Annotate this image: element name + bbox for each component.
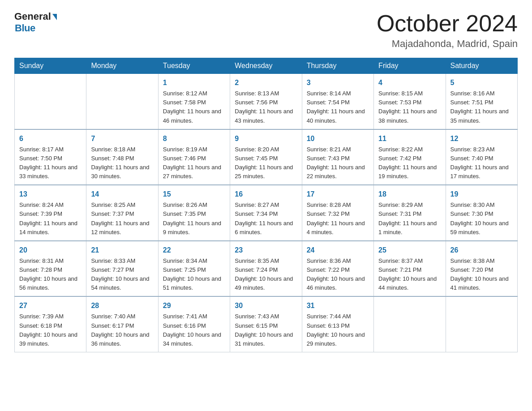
day-info: Sunrise: 8:21 AM Sunset: 7:43 PM Dayligh…: [307, 145, 369, 181]
logo-blue-text: Blue: [15, 22, 35, 34]
day-info: Sunrise: 8:13 AM Sunset: 7:56 PM Dayligh…: [235, 89, 297, 125]
column-header-sunday: Sunday: [15, 58, 86, 74]
calendar-cell: 1Sunrise: 8:12 AM Sunset: 7:58 PM Daylig…: [158, 74, 230, 129]
calendar-week-row: 27Sunrise: 7:39 AM Sunset: 6:18 PM Dayli…: [15, 296, 518, 352]
logo: General Blue: [14, 11, 57, 34]
day-info: Sunrise: 7:43 AM Sunset: 6:15 PM Dayligh…: [235, 312, 297, 348]
column-header-wednesday: Wednesday: [230, 58, 302, 74]
calendar-cell: 11Sunrise: 8:22 AM Sunset: 7:42 PM Dayli…: [374, 129, 446, 185]
calendar-cell: 7Sunrise: 8:18 AM Sunset: 7:48 PM Daylig…: [86, 129, 158, 185]
calendar-cell: 8Sunrise: 8:19 AM Sunset: 7:46 PM Daylig…: [158, 129, 230, 185]
calendar-cell: 21Sunrise: 8:33 AM Sunset: 7:27 PM Dayli…: [86, 241, 158, 297]
calendar-cell: 23Sunrise: 8:35 AM Sunset: 7:24 PM Dayli…: [230, 241, 302, 297]
calendar-cell: 15Sunrise: 8:26 AM Sunset: 7:35 PM Dayli…: [158, 185, 230, 241]
calendar-cell: 25Sunrise: 8:37 AM Sunset: 7:21 PM Dayli…: [374, 241, 446, 297]
day-number: 17: [307, 189, 369, 200]
day-info: Sunrise: 8:15 AM Sunset: 7:53 PM Dayligh…: [378, 89, 441, 125]
day-info: Sunrise: 8:20 AM Sunset: 7:45 PM Dayligh…: [235, 145, 297, 181]
calendar-cell: 6Sunrise: 8:17 AM Sunset: 7:50 PM Daylig…: [15, 129, 86, 185]
column-header-thursday: Thursday: [302, 58, 373, 74]
calendar-cell: [374, 296, 446, 352]
day-number: 28: [91, 300, 153, 311]
calendar-cell: [446, 296, 517, 352]
calendar-cell: 17Sunrise: 8:28 AM Sunset: 7:32 PM Dayli…: [302, 185, 373, 241]
logo-arrow-icon: [52, 14, 57, 20]
day-info: Sunrise: 8:35 AM Sunset: 7:24 PM Dayligh…: [235, 257, 297, 293]
day-number: 3: [307, 77, 369, 88]
day-number: 25: [378, 245, 441, 256]
calendar-cell: 4Sunrise: 8:15 AM Sunset: 7:53 PM Daylig…: [374, 74, 446, 129]
calendar-week-row: 6Sunrise: 8:17 AM Sunset: 7:50 PM Daylig…: [15, 129, 518, 185]
day-number: 15: [163, 189, 225, 200]
day-info: Sunrise: 8:24 AM Sunset: 7:39 PM Dayligh…: [19, 201, 82, 237]
calendar-cell: 19Sunrise: 8:30 AM Sunset: 7:30 PM Dayli…: [446, 185, 517, 241]
calendar-cell: 20Sunrise: 8:31 AM Sunset: 7:28 PM Dayli…: [15, 241, 86, 297]
calendar-cell: 28Sunrise: 7:40 AM Sunset: 6:17 PM Dayli…: [86, 296, 158, 352]
column-header-monday: Monday: [86, 58, 158, 74]
calendar-cell: 27Sunrise: 7:39 AM Sunset: 6:18 PM Dayli…: [15, 296, 86, 352]
calendar-cell: [15, 74, 86, 129]
day-number: 31: [307, 300, 369, 311]
day-number: 8: [163, 133, 225, 144]
day-info: Sunrise: 7:40 AM Sunset: 6:17 PM Dayligh…: [91, 312, 153, 348]
day-number: 7: [91, 133, 153, 144]
calendar-cell: 29Sunrise: 7:41 AM Sunset: 6:16 PM Dayli…: [158, 296, 230, 352]
day-info: Sunrise: 8:25 AM Sunset: 7:37 PM Dayligh…: [91, 201, 153, 237]
column-header-tuesday: Tuesday: [158, 58, 230, 74]
day-info: Sunrise: 8:31 AM Sunset: 7:28 PM Dayligh…: [19, 257, 82, 293]
day-info: Sunrise: 8:28 AM Sunset: 7:32 PM Dayligh…: [307, 201, 369, 237]
day-number: 21: [91, 245, 153, 256]
day-info: Sunrise: 8:27 AM Sunset: 7:34 PM Dayligh…: [235, 201, 297, 237]
calendar-cell: 18Sunrise: 8:29 AM Sunset: 7:31 PM Dayli…: [374, 185, 446, 241]
day-number: 18: [378, 189, 441, 200]
calendar-cell: 5Sunrise: 8:16 AM Sunset: 7:51 PM Daylig…: [446, 74, 517, 129]
day-info: Sunrise: 8:26 AM Sunset: 7:35 PM Dayligh…: [163, 201, 225, 237]
calendar-cell: 3Sunrise: 8:14 AM Sunset: 7:54 PM Daylig…: [302, 74, 373, 129]
page-header: General Blue October 2024 Majadahonda, M…: [14, 11, 518, 50]
calendar-cell: 22Sunrise: 8:34 AM Sunset: 7:25 PM Dayli…: [158, 241, 230, 297]
calendar-week-row: 20Sunrise: 8:31 AM Sunset: 7:28 PM Dayli…: [15, 241, 518, 297]
day-info: Sunrise: 8:18 AM Sunset: 7:48 PM Dayligh…: [91, 145, 153, 181]
day-info: Sunrise: 8:14 AM Sunset: 7:54 PM Dayligh…: [307, 89, 369, 125]
calendar-cell: 9Sunrise: 8:20 AM Sunset: 7:45 PM Daylig…: [230, 129, 302, 185]
day-info: Sunrise: 7:44 AM Sunset: 6:13 PM Dayligh…: [307, 312, 369, 348]
day-number: 22: [163, 245, 225, 256]
day-info: Sunrise: 8:17 AM Sunset: 7:50 PM Dayligh…: [19, 145, 82, 181]
calendar-cell: 14Sunrise: 8:25 AM Sunset: 7:37 PM Dayli…: [86, 185, 158, 241]
calendar-header-row: SundayMondayTuesdayWednesdayThursdayFrid…: [15, 58, 518, 74]
day-number: 13: [19, 189, 82, 200]
day-info: Sunrise: 8:33 AM Sunset: 7:27 PM Dayligh…: [91, 257, 153, 293]
column-header-friday: Friday: [374, 58, 446, 74]
day-info: Sunrise: 8:19 AM Sunset: 7:46 PM Dayligh…: [163, 145, 225, 181]
day-number: 16: [235, 189, 297, 200]
day-number: 14: [91, 189, 153, 200]
calendar-cell: 12Sunrise: 8:23 AM Sunset: 7:40 PM Dayli…: [446, 129, 517, 185]
day-number: 20: [19, 245, 82, 256]
day-info: Sunrise: 8:37 AM Sunset: 7:21 PM Dayligh…: [378, 257, 441, 293]
day-info: Sunrise: 8:22 AM Sunset: 7:42 PM Dayligh…: [378, 145, 441, 181]
day-number: 1: [163, 77, 225, 88]
calendar-week-row: 1Sunrise: 8:12 AM Sunset: 7:58 PM Daylig…: [15, 74, 518, 129]
day-number: 6: [19, 133, 82, 144]
day-number: 19: [450, 189, 513, 200]
day-number: 5: [450, 77, 513, 88]
calendar-cell: 10Sunrise: 8:21 AM Sunset: 7:43 PM Dayli…: [302, 129, 373, 185]
calendar-table: SundayMondayTuesdayWednesdayThursdayFrid…: [14, 58, 518, 352]
day-number: 24: [307, 245, 369, 256]
day-info: Sunrise: 7:39 AM Sunset: 6:18 PM Dayligh…: [19, 312, 82, 348]
calendar-cell: 2Sunrise: 8:13 AM Sunset: 7:56 PM Daylig…: [230, 74, 302, 129]
title-block: October 2024 Majadahonda, Madrid, Spain: [377, 11, 518, 50]
day-number: 30: [235, 300, 297, 311]
day-info: Sunrise: 8:29 AM Sunset: 7:31 PM Dayligh…: [378, 201, 441, 237]
calendar-cell: 16Sunrise: 8:27 AM Sunset: 7:34 PM Dayli…: [230, 185, 302, 241]
calendar-cell: 31Sunrise: 7:44 AM Sunset: 6:13 PM Dayli…: [302, 296, 373, 352]
day-info: Sunrise: 7:41 AM Sunset: 6:16 PM Dayligh…: [163, 312, 225, 348]
calendar-cell: 24Sunrise: 8:36 AM Sunset: 7:22 PM Dayli…: [302, 241, 373, 297]
calendar-week-row: 13Sunrise: 8:24 AM Sunset: 7:39 PM Dayli…: [15, 185, 518, 241]
day-info: Sunrise: 8:34 AM Sunset: 7:25 PM Dayligh…: [163, 257, 225, 293]
day-info: Sunrise: 8:36 AM Sunset: 7:22 PM Dayligh…: [307, 257, 369, 293]
calendar-subtitle: Majadahonda, Madrid, Spain: [377, 38, 518, 50]
calendar-cell: 30Sunrise: 7:43 AM Sunset: 6:15 PM Dayli…: [230, 296, 302, 352]
day-number: 2: [235, 77, 297, 88]
day-number: 4: [378, 77, 441, 88]
